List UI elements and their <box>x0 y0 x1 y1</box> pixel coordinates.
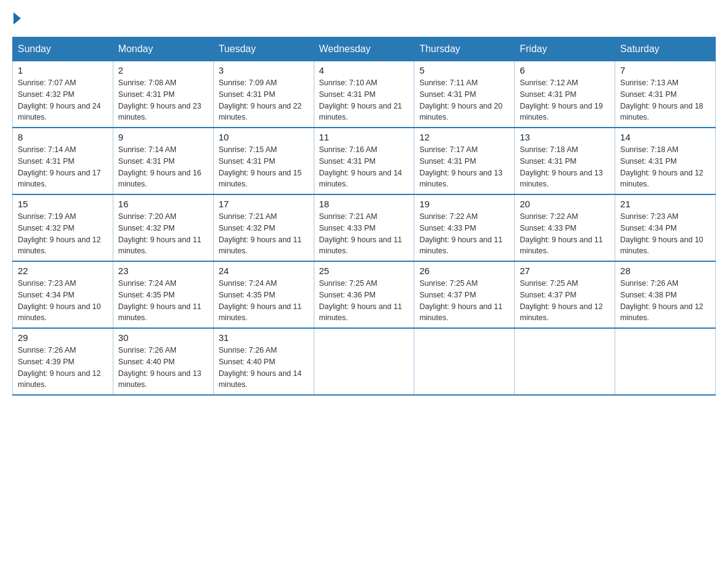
calendar-cell: 31Sunrise: 7:26 AMSunset: 4:40 PMDayligh… <box>213 328 314 395</box>
calendar-cell: 17Sunrise: 7:21 AMSunset: 4:32 PMDayligh… <box>213 194 314 261</box>
day-number: 11 <box>319 132 409 142</box>
day-info: Sunrise: 7:16 AMSunset: 4:31 PMDaylight:… <box>319 144 409 190</box>
calendar-cell: 9Sunrise: 7:14 AMSunset: 4:31 PMDaylight… <box>113 128 213 194</box>
calendar-cell: 25Sunrise: 7:25 AMSunset: 4:36 PMDayligh… <box>314 261 414 328</box>
calendar-cell: 20Sunrise: 7:22 AMSunset: 4:33 PMDayligh… <box>515 194 615 261</box>
calendar-header-row: SundayMondayTuesdayWednesdayThursdayFrid… <box>13 37 716 61</box>
day-number: 30 <box>118 332 208 343</box>
day-info: Sunrise: 7:14 AMSunset: 4:31 PMDaylight:… <box>118 144 208 190</box>
day-number: 2 <box>118 65 208 75</box>
day-number: 24 <box>219 266 309 276</box>
day-number: 23 <box>118 266 208 276</box>
day-info: Sunrise: 7:11 AMSunset: 4:31 PMDaylight:… <box>419 77 509 123</box>
day-number: 4 <box>319 65 409 75</box>
calendar-cell <box>314 328 414 395</box>
calendar-cell: 21Sunrise: 7:23 AMSunset: 4:34 PMDayligh… <box>615 194 716 261</box>
calendar-cell <box>515 328 615 395</box>
calendar-cell: 12Sunrise: 7:17 AMSunset: 4:31 PMDayligh… <box>414 128 515 194</box>
calendar-cell: 30Sunrise: 7:26 AMSunset: 4:40 PMDayligh… <box>113 328 213 395</box>
calendar-cell: 29Sunrise: 7:26 AMSunset: 4:39 PMDayligh… <box>13 328 113 395</box>
day-info: Sunrise: 7:08 AMSunset: 4:31 PMDaylight:… <box>118 77 208 123</box>
calendar-week-1: 1Sunrise: 7:07 AMSunset: 4:32 PMDaylight… <box>13 61 716 128</box>
calendar-header-thursday: Thursday <box>414 37 515 61</box>
day-number: 15 <box>18 199 108 209</box>
day-number: 29 <box>18 332 108 343</box>
day-number: 5 <box>419 65 509 75</box>
day-info: Sunrise: 7:25 AMSunset: 4:37 PMDaylight:… <box>419 278 509 324</box>
day-info: Sunrise: 7:24 AMSunset: 4:35 PMDaylight:… <box>118 278 208 324</box>
day-info: Sunrise: 7:12 AMSunset: 4:31 PMDaylight:… <box>520 77 610 123</box>
calendar-cell: 6Sunrise: 7:12 AMSunset: 4:31 PMDaylight… <box>515 61 615 128</box>
day-number: 17 <box>219 199 309 209</box>
day-info: Sunrise: 7:18 AMSunset: 4:31 PMDaylight:… <box>520 144 610 190</box>
day-info: Sunrise: 7:26 AMSunset: 4:40 PMDaylight:… <box>118 345 208 391</box>
calendar-table: SundayMondayTuesdayWednesdayThursdayFrid… <box>12 37 716 396</box>
day-number: 14 <box>620 132 710 142</box>
calendar-body: 1Sunrise: 7:07 AMSunset: 4:32 PMDaylight… <box>13 61 716 396</box>
day-info: Sunrise: 7:24 AMSunset: 4:35 PMDaylight:… <box>219 278 309 324</box>
day-number: 7 <box>620 65 710 75</box>
calendar-cell: 14Sunrise: 7:18 AMSunset: 4:31 PMDayligh… <box>615 128 716 194</box>
calendar-cell: 22Sunrise: 7:23 AMSunset: 4:34 PMDayligh… <box>13 261 113 328</box>
calendar-header-saturday: Saturday <box>615 37 716 61</box>
day-number: 13 <box>520 132 610 142</box>
day-info: Sunrise: 7:07 AMSunset: 4:32 PMDaylight:… <box>18 77 108 123</box>
day-info: Sunrise: 7:13 AMSunset: 4:31 PMDaylight:… <box>620 77 710 123</box>
day-number: 6 <box>520 65 610 75</box>
calendar-header-wednesday: Wednesday <box>314 37 414 61</box>
day-number: 27 <box>520 266 610 276</box>
day-info: Sunrise: 7:22 AMSunset: 4:33 PMDaylight:… <box>520 211 610 257</box>
day-number: 25 <box>319 266 409 276</box>
day-info: Sunrise: 7:18 AMSunset: 4:31 PMDaylight:… <box>620 144 710 190</box>
day-number: 20 <box>520 199 610 209</box>
calendar-week-3: 15Sunrise: 7:19 AMSunset: 4:32 PMDayligh… <box>13 194 716 261</box>
calendar-cell: 4Sunrise: 7:10 AMSunset: 4:31 PMDaylight… <box>314 61 414 128</box>
day-number: 22 <box>18 266 108 276</box>
calendar-cell: 26Sunrise: 7:25 AMSunset: 4:37 PMDayligh… <box>414 261 515 328</box>
calendar-header-friday: Friday <box>515 37 615 61</box>
calendar-cell: 10Sunrise: 7:15 AMSunset: 4:31 PMDayligh… <box>213 128 314 194</box>
day-number: 1 <box>18 65 108 75</box>
day-info: Sunrise: 7:21 AMSunset: 4:33 PMDaylight:… <box>319 211 409 257</box>
day-number: 3 <box>219 65 309 75</box>
day-number: 28 <box>620 266 710 276</box>
day-number: 9 <box>118 132 208 142</box>
calendar-week-2: 8Sunrise: 7:14 AMSunset: 4:31 PMDaylight… <box>13 128 716 194</box>
logo <box>12 12 22 25</box>
day-info: Sunrise: 7:22 AMSunset: 4:33 PMDaylight:… <box>419 211 509 257</box>
day-number: 12 <box>419 132 509 142</box>
calendar-cell: 24Sunrise: 7:24 AMSunset: 4:35 PMDayligh… <box>213 261 314 328</box>
calendar-cell <box>414 328 515 395</box>
calendar-cell: 28Sunrise: 7:26 AMSunset: 4:38 PMDayligh… <box>615 261 716 328</box>
calendar-week-5: 29Sunrise: 7:26 AMSunset: 4:39 PMDayligh… <box>13 328 716 395</box>
day-info: Sunrise: 7:17 AMSunset: 4:31 PMDaylight:… <box>419 144 509 190</box>
day-info: Sunrise: 7:26 AMSunset: 4:40 PMDaylight:… <box>219 345 309 391</box>
day-info: Sunrise: 7:20 AMSunset: 4:32 PMDaylight:… <box>118 211 208 257</box>
calendar-header-sunday: Sunday <box>13 37 113 61</box>
calendar-header-tuesday: Tuesday <box>213 37 314 61</box>
calendar-cell: 3Sunrise: 7:09 AMSunset: 4:31 PMDaylight… <box>213 61 314 128</box>
calendar-cell: 2Sunrise: 7:08 AMSunset: 4:31 PMDaylight… <box>113 61 213 128</box>
calendar-cell: 23Sunrise: 7:24 AMSunset: 4:35 PMDayligh… <box>113 261 213 328</box>
day-number: 19 <box>419 199 509 209</box>
calendar-cell: 18Sunrise: 7:21 AMSunset: 4:33 PMDayligh… <box>314 194 414 261</box>
calendar-cell: 5Sunrise: 7:11 AMSunset: 4:31 PMDaylight… <box>414 61 515 128</box>
day-info: Sunrise: 7:19 AMSunset: 4:32 PMDaylight:… <box>18 211 108 257</box>
day-info: Sunrise: 7:09 AMSunset: 4:31 PMDaylight:… <box>219 77 309 123</box>
day-info: Sunrise: 7:10 AMSunset: 4:31 PMDaylight:… <box>319 77 409 123</box>
day-number: 31 <box>219 332 309 343</box>
calendar-cell: 13Sunrise: 7:18 AMSunset: 4:31 PMDayligh… <box>515 128 615 194</box>
day-number: 21 <box>620 199 710 209</box>
logo-arrow-icon <box>13 12 21 25</box>
day-number: 18 <box>319 199 409 209</box>
day-info: Sunrise: 7:23 AMSunset: 4:34 PMDaylight:… <box>18 278 108 324</box>
day-info: Sunrise: 7:25 AMSunset: 4:36 PMDaylight:… <box>319 278 409 324</box>
day-info: Sunrise: 7:21 AMSunset: 4:32 PMDaylight:… <box>219 211 309 257</box>
calendar-header-monday: Monday <box>113 37 213 61</box>
day-info: Sunrise: 7:25 AMSunset: 4:37 PMDaylight:… <box>520 278 610 324</box>
page-header <box>12 12 716 25</box>
day-info: Sunrise: 7:26 AMSunset: 4:39 PMDaylight:… <box>18 345 108 391</box>
day-number: 8 <box>18 132 108 142</box>
calendar-cell: 8Sunrise: 7:14 AMSunset: 4:31 PMDaylight… <box>13 128 113 194</box>
day-info: Sunrise: 7:23 AMSunset: 4:34 PMDaylight:… <box>620 211 710 257</box>
